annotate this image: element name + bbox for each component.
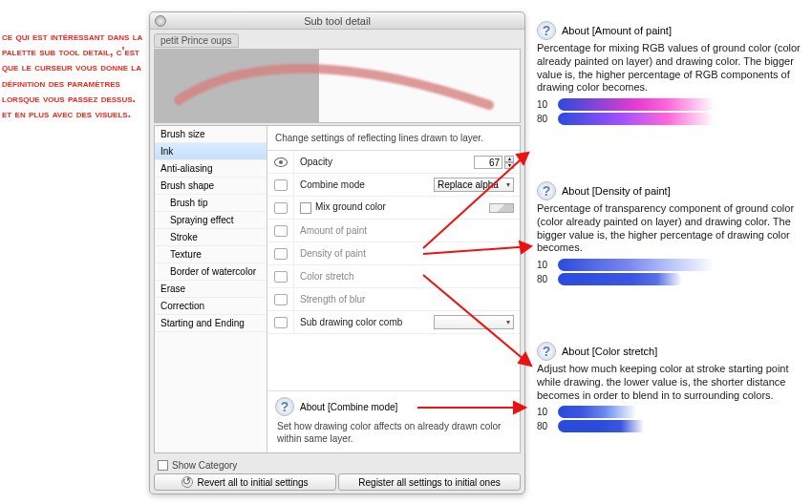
- sub-drawing-label: Sub drawing color comb: [294, 317, 434, 327]
- revert-button[interactable]: Revert all to initial settings: [154, 473, 336, 491]
- help-title: About [Color stretch]: [562, 346, 657, 357]
- svg-line-2: [423, 246, 531, 254]
- help-swatches: 10 80: [537, 259, 806, 285]
- revert-icon: [182, 476, 193, 488]
- visibility-toggle[interactable]: [267, 242, 294, 264]
- strength-blur-label: Strength of blur: [294, 294, 434, 304]
- register-button[interactable]: Register all settings to initial ones: [338, 473, 521, 491]
- show-category-checkbox[interactable]: Show Category: [158, 460, 237, 471]
- help-body: Percentage for mixing RGB values of grou…: [537, 42, 806, 94]
- visibility-toggle[interactable]: [267, 220, 294, 242]
- visibility-toggle[interactable]: [267, 174, 294, 196]
- help-title: About [Density of paint]: [562, 185, 671, 197]
- svg-line-0: [423, 153, 528, 248]
- density-paint-label: Density of paint: [294, 248, 434, 259]
- category-item[interactable]: Correction: [155, 298, 267, 315]
- svg-marker-3: [520, 242, 531, 253]
- visibility-toggle[interactable]: [267, 311, 294, 333]
- category-item[interactable]: Anti-aliasing: [155, 160, 267, 178]
- help-body: Adjust how much keeping color at stroke …: [537, 363, 806, 402]
- amount-paint-label: Amount of paint: [294, 225, 434, 236]
- question-icon: ?: [537, 21, 556, 40]
- help-swatches: 10 80: [537, 406, 806, 432]
- category-item[interactable]: Border of watercolor: [155, 263, 267, 281]
- titlebar: Sub tool detail: [150, 12, 524, 30]
- arrow-icon: [413, 396, 537, 425]
- brush-name-tab[interactable]: petit Prince oups: [154, 33, 239, 48]
- opacity-label: Opacity: [294, 157, 434, 167]
- category-item[interactable]: Brush tip: [155, 195, 267, 212]
- close-icon[interactable]: [155, 15, 166, 27]
- mix-ground-checkbox[interactable]: Mix ground color: [294, 201, 434, 213]
- arrow-icon: [418, 237, 543, 265]
- visibility-toggle[interactable]: [267, 265, 294, 287]
- svg-marker-7: [514, 402, 525, 413]
- help-color-stretch: ?About [Color stretch] Adjust how much k…: [537, 342, 806, 434]
- category-item[interactable]: Texture: [155, 246, 267, 263]
- category-list: Brush sizeInkAnti-aliasingBrush shapeBru…: [155, 126, 267, 452]
- eye-icon: [274, 158, 288, 167]
- visibility-toggle[interactable]: [267, 288, 294, 310]
- category-item[interactable]: Ink: [155, 143, 267, 160]
- window-title: Sub tool detail: [304, 15, 371, 27]
- color-stretch-label: Color stretch: [294, 271, 434, 282]
- help-density-of-paint: ?About [Density of paint] Percentage of …: [537, 181, 806, 287]
- svg-line-4: [423, 275, 531, 366]
- category-item[interactable]: Erase: [155, 281, 267, 298]
- question-icon: ?: [275, 397, 294, 416]
- help-swatches: 10 80: [537, 98, 806, 125]
- help-amount-of-paint: ?About [Amount of paint] Percentage for …: [537, 21, 806, 127]
- visibility-toggle[interactable]: [267, 151, 294, 173]
- arrow-icon: [418, 265, 543, 380]
- help-title: About [Amount of paint]: [562, 25, 672, 36]
- category-item[interactable]: Brush shape: [155, 178, 267, 195]
- button-bar: Revert all to initial settings Register …: [154, 473, 521, 491]
- category-item[interactable]: Starting and Ending: [155, 315, 267, 332]
- category-item[interactable]: Brush size: [155, 126, 267, 143]
- category-item[interactable]: Spraying effect: [155, 212, 267, 229]
- annotation-text: Ce qui est intéressant dans la palette S…: [2, 29, 145, 121]
- about-title: About [Combine mode]: [300, 402, 397, 412]
- brush-preview: [154, 49, 521, 123]
- category-item[interactable]: Stroke: [155, 229, 267, 246]
- svg-marker-5: [519, 353, 531, 366]
- visibility-toggle[interactable]: [267, 197, 294, 219]
- combine-mode-label: Combine mode: [294, 179, 434, 190]
- help-body: Percentage of transparency component of …: [537, 202, 806, 255]
